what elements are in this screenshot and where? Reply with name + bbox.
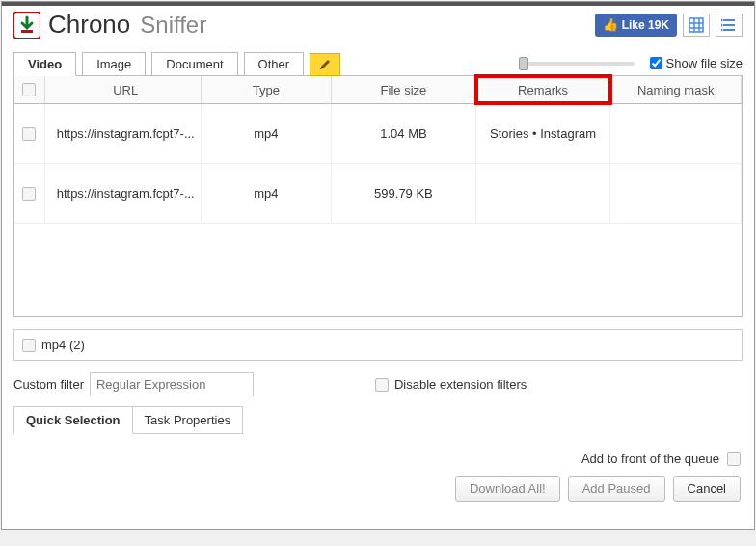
col-remarks[interactable]: Remarks	[476, 76, 611, 103]
custom-filter-input[interactable]	[90, 372, 254, 396]
table-header: URL Type File size Remarks Naming mask	[14, 76, 742, 104]
app-logo-icon	[14, 12, 40, 39]
svg-point-12	[721, 28, 723, 31]
type-filter-box: mp4 (2)	[14, 329, 742, 361]
col-mask[interactable]: Naming mask	[610, 76, 742, 103]
queue-label: Add to front of the queue	[581, 451, 719, 466]
app-title: Chrono	[48, 10, 130, 40]
slider-handle[interactable]	[519, 57, 528, 70]
cell-size: 599.79 KB	[332, 164, 476, 224]
show-file-size-checkbox[interactable]	[650, 57, 662, 69]
table-row[interactable]: https://instagram.fcpt7-... mp4 1.04 MB …	[14, 104, 742, 164]
app-subtitle: Sniffer	[140, 12, 206, 39]
list-view-button[interactable]	[716, 14, 742, 37]
header: Chrono Sniffer 👍 Like 19K	[2, 6, 754, 43]
cell-type: mp4	[202, 164, 333, 224]
tab-other[interactable]: Other	[244, 52, 305, 76]
tab-document[interactable]: Document	[151, 52, 237, 76]
download-all-button[interactable]: Download All!	[455, 476, 560, 502]
table-body: https://instagram.fcpt7-... mp4 1.04 MB …	[14, 104, 742, 316]
tab-quick-selection[interactable]: Quick Selection	[14, 406, 133, 434]
edit-tabs-button[interactable]	[310, 53, 340, 76]
table-row[interactable]: https://instagram.fcpt7-... mp4 599.79 K…	[14, 164, 742, 224]
row-checkbox[interactable]	[22, 187, 36, 201]
cell-url: https://instagram.fcpt7-...	[45, 164, 202, 224]
cell-type: mp4	[202, 104, 333, 164]
tab-task-properties[interactable]: Task Properties	[133, 406, 244, 434]
svg-rect-2	[689, 18, 703, 32]
cancel-button[interactable]: Cancel	[673, 476, 741, 502]
queue-checkbox[interactable]	[727, 452, 741, 466]
select-all-checkbox[interactable]	[22, 83, 36, 96]
bottom-tabs: Quick Selection Task Properties	[14, 406, 742, 434]
chrono-window: Chrono Sniffer 👍 Like 19K Video Image Do…	[1, 1, 755, 530]
size-slider[interactable]	[519, 62, 634, 66]
custom-filter-row: Custom filter Disable extension filters	[2, 361, 754, 396]
svg-point-10	[721, 18, 723, 21]
svg-rect-1	[21, 30, 33, 33]
col-url[interactable]: URL	[45, 76, 202, 103]
tab-video[interactable]: Video	[14, 52, 76, 76]
cell-remarks	[476, 164, 611, 224]
thumb-up-icon: 👍	[603, 17, 618, 32]
col-type[interactable]: Type	[202, 76, 333, 103]
disable-ext-checkbox[interactable]	[375, 378, 389, 392]
queue-option-row: Add to front of the queue	[2, 434, 754, 466]
show-file-size-toggle[interactable]: Show file size	[650, 56, 742, 70]
custom-filter-label: Custom filter	[14, 377, 84, 392]
add-paused-button[interactable]: Add Paused	[568, 476, 665, 502]
cell-size: 1.04 MB	[332, 104, 476, 164]
cell-remarks: Stories • Instagram	[476, 104, 611, 164]
like-label: Like	[622, 18, 645, 32]
show-file-size-label: Show file size	[666, 56, 742, 70]
col-size[interactable]: File size	[332, 76, 476, 103]
cell-mask	[610, 104, 742, 164]
mp4-filter-checkbox[interactable]	[22, 339, 36, 352]
svg-point-11	[721, 23, 723, 26]
results-table: URL Type File size Remarks Naming mask h…	[14, 75, 742, 317]
disable-ext-label: Disable extension filters	[394, 377, 526, 392]
action-buttons: Download All! Add Paused Cancel	[2, 466, 754, 513]
tab-image[interactable]: Image	[82, 52, 146, 76]
cell-url: https://instagram.fcpt7-...	[45, 104, 202, 164]
like-count: 19K	[648, 18, 669, 32]
mp4-filter-label: mp4 (2)	[41, 338, 85, 352]
grid-view-button[interactable]	[683, 14, 710, 37]
filter-tabs: Video Image Document Other Show file siz…	[2, 51, 754, 75]
row-checkbox[interactable]	[22, 127, 36, 141]
pencil-icon	[318, 58, 332, 71]
facebook-like-button[interactable]: 👍 Like 19K	[595, 14, 677, 37]
cell-mask	[610, 164, 742, 224]
